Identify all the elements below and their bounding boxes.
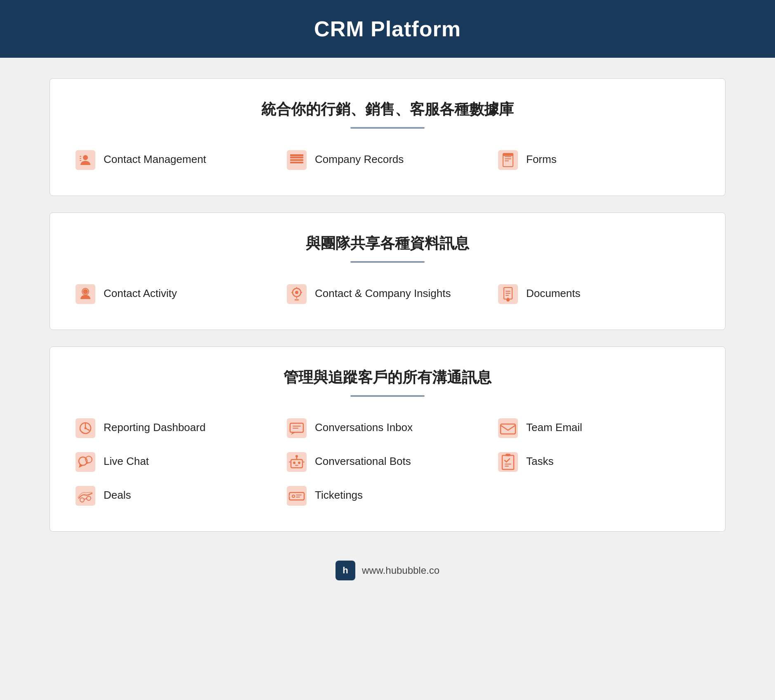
deals-label: Deals [104, 485, 131, 502]
item-contact-management: Contact Management [75, 149, 278, 171]
contact-activity-label: Contact Activity [104, 283, 177, 301]
footer: h www.hububble.co [50, 548, 725, 597]
footer-logo-text: h [343, 565, 348, 576]
item-documents: Documents [497, 283, 700, 305]
item-reporting-dashboard: Reporting Dashboard [75, 417, 278, 439]
forms-label: Forms [526, 149, 557, 167]
item-contact-company-insights: Contact & Company Insights [286, 283, 489, 305]
section-2-title: 與團隊共享各種資料訊息 [75, 233, 700, 254]
ticketings-icon [286, 485, 307, 507]
contact-activity-icon [75, 283, 96, 305]
svg-rect-53 [505, 466, 509, 467]
svg-rect-63 [296, 497, 300, 497]
contact-company-insights-label: Contact & Company Insights [315, 283, 451, 301]
team-email-label: Team Email [526, 417, 582, 435]
svg-rect-7 [290, 159, 303, 161]
svg-point-31 [85, 427, 87, 429]
tasks-icon [497, 451, 519, 473]
ticketings-label: Ticketings [315, 485, 363, 502]
svg-rect-24 [506, 291, 510, 292]
section-communication: 管理與追蹤客戶的所有溝通訊息 Reporting Dashboard [50, 346, 725, 532]
deals-icon [75, 485, 96, 507]
section-3-title: 管理與追蹤客戶的所有溝通訊息 [75, 368, 700, 388]
insights-icon [286, 283, 307, 305]
item-conversations-inbox: Conversations Inbox [286, 417, 489, 439]
svg-rect-8 [290, 162, 303, 163]
tasks-label: Tasks [526, 451, 553, 469]
svg-rect-9 [290, 154, 303, 156]
svg-rect-55 [76, 486, 95, 506]
item-team-email: Team Email [497, 417, 700, 439]
section-2-items: Contact Activity Contact & [75, 283, 700, 305]
svg-rect-6 [290, 157, 303, 158]
svg-rect-12 [505, 156, 511, 157]
section-1-items: Contact Management Company Recor [75, 149, 700, 171]
svg-point-47 [295, 455, 298, 457]
item-company-records: Company Records [286, 149, 489, 171]
documents-label: Documents [526, 283, 581, 301]
reporting-dashboard-label: Reporting Dashboard [104, 417, 206, 435]
page-title: CRM Platform [8, 16, 767, 41]
item-conversational-bots: Conversational Bots [286, 451, 489, 473]
company-records-label: Company Records [315, 149, 404, 167]
svg-rect-26 [506, 295, 509, 296]
svg-point-44 [298, 462, 300, 464]
team-email-icon [497, 417, 519, 439]
svg-rect-15 [503, 153, 513, 156]
svg-line-58 [84, 499, 87, 499]
conversations-inbox-label: Conversations Inbox [315, 417, 413, 435]
item-forms: Forms [497, 149, 700, 171]
company-records-icon [286, 149, 307, 171]
main-content: 統合你的行銷、銷售、客服各種數據庫 [0, 58, 775, 618]
svg-rect-13 [505, 158, 511, 159]
item-tasks: Tasks [497, 451, 700, 473]
section-databases: 統合你的行銷、銷售、客服各種數據庫 [50, 78, 725, 196]
conversations-icon [286, 417, 307, 439]
live-chat-icon [75, 451, 96, 473]
bots-icon [286, 451, 307, 473]
reporting-icon [75, 417, 96, 439]
section-3-items: Reporting Dashboard Conversations Inbox [75, 417, 700, 507]
section-3-divider [350, 395, 425, 397]
svg-rect-3 [80, 158, 81, 159]
svg-rect-2 [80, 156, 81, 157]
svg-rect-4 [80, 160, 81, 161]
svg-rect-34 [293, 426, 301, 427]
forms-icon [497, 149, 519, 171]
documents-icon [497, 283, 519, 305]
live-chat-label: Live Chat [104, 451, 149, 469]
section-1-title: 統合你的行銷、銷售、客服各種數據庫 [75, 99, 700, 120]
svg-rect-52 [505, 464, 511, 464]
item-contact-activity: Contact Activity [75, 283, 278, 305]
section-1-divider [350, 127, 425, 129]
contact-management-label: Contact Management [104, 149, 206, 167]
svg-rect-25 [506, 293, 510, 294]
footer-logo: h [336, 561, 355, 580]
section-sharing: 與團隊共享各種資料訊息 Contact Activity [50, 212, 725, 330]
svg-rect-45 [295, 465, 298, 466]
svg-point-17 [83, 289, 88, 294]
contact-management-icon [75, 149, 96, 171]
svg-point-43 [293, 462, 295, 464]
footer-url: www.hububble.co [362, 565, 439, 576]
page-header: CRM Platform [0, 0, 775, 58]
item-deals: Deals [75, 485, 278, 507]
svg-point-21 [295, 291, 298, 294]
svg-rect-54 [506, 454, 510, 456]
conversational-bots-label: Conversational Bots [315, 451, 411, 469]
svg-point-1 [83, 155, 88, 160]
section-2-divider [350, 261, 425, 263]
svg-rect-62 [296, 495, 302, 495]
svg-rect-14 [505, 160, 509, 161]
item-live-chat: Live Chat [75, 451, 278, 473]
svg-rect-35 [293, 428, 298, 429]
item-ticketings: Ticketings [286, 485, 489, 507]
